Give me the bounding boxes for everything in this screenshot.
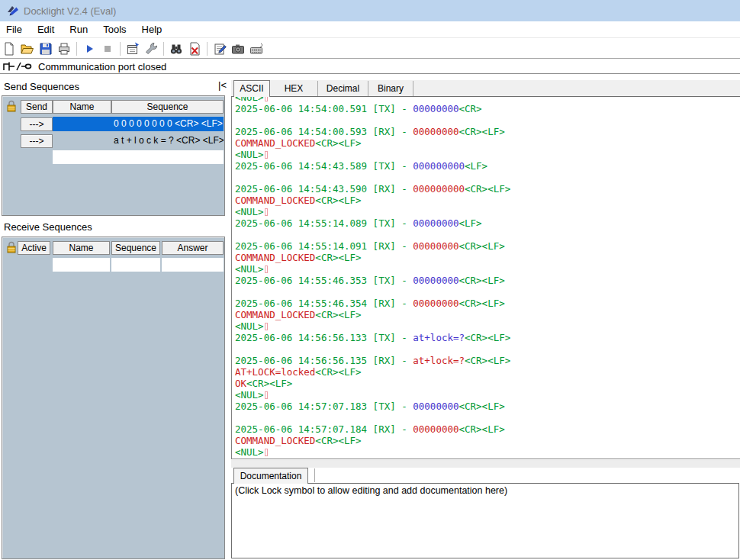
log-line: 2025-06-06 14:57:07.183 [TX] - 00000000<… [235,401,740,412]
collapse-panel-button[interactable]: |< [218,79,227,91]
log-line: 2025-06-06 14:55:46.353 [TX] - 00000000<… [235,275,740,286]
menu-tools[interactable]: Tools [95,22,134,37]
sequence-column-header[interactable]: Sequence [111,100,224,114]
nul-char-box [265,391,268,399]
log-line: 2025-06-06 14:56:56.135 [RX] - at+lock=?… [235,355,740,366]
send-sequences-label: Send Sequences [4,81,79,92]
nul-char-box [265,151,268,159]
log-line: 2025-06-06 14:54:43.589 [TX] - 000000000… [235,160,740,172]
log-line [235,343,740,355]
log-line: <NUL> [235,446,740,458]
log-line: 2025-06-06 14:54:00.591 [TX] - 00000000<… [235,103,740,114]
sequence-name-cell[interactable] [53,117,111,131]
print-icon[interactable] [55,40,73,57]
docklight-logo-icon [6,5,19,17]
menu-run[interactable]: Run [62,22,95,37]
window-title: Docklight V2.4 (Eval) [24,5,116,17]
sequence-column-header[interactable]: Sequence [111,241,160,255]
name-column-header[interactable]: Name [53,241,110,255]
serial-port-closed-icon [3,61,32,72]
toolbar-separator [207,42,208,56]
new-file-icon[interactable] [0,40,18,57]
docklight-window: Docklight V2.4 (Eval) File Edit Run Tool… [0,0,740,560]
menu-edit[interactable]: Edit [30,22,62,37]
menu-bar: File Edit Run Tools Help [0,21,740,38]
nul-char-box [265,208,268,216]
sequence-data-cell[interactable] [111,150,224,164]
log-line: <NUL> [235,320,740,332]
menu-help[interactable]: Help [134,22,170,37]
log-line: COMMAND_LOCKED<CR><LF> [235,195,740,206]
menu-file[interactable]: File [0,22,30,37]
tab-documentation[interactable]: Documentation [233,468,308,484]
log-area[interactable]: <NUL>2025-06-06 14:54:00.591 [TX] - 0000… [231,97,740,459]
nul-char-box [265,323,268,330]
log-line: COMMAND_LOCKED<CR><LF> [235,309,740,320]
log-line: 2025-06-06 14:55:46.354 [RX] - 00000000<… [235,298,740,309]
stop-icon[interactable] [98,40,117,57]
toolbar-separator [76,42,77,56]
receive-sequences-label: Receive Sequences [4,221,92,233]
nul-char-box [265,266,268,273]
log-line: COMMAND_LOCKED<CR><LF> [235,435,740,446]
log-line: OK<CR><LF> [235,378,740,389]
log-line: AT+LOCK=locked<CR><LF> [235,366,740,378]
sequence-data-cell[interactable]: 0 0 0 0 0 0 0 0 <CR> <LF> [111,117,224,131]
log-line: <NUL> [235,97,740,103]
log-line [235,286,740,298]
nul-char-box [265,449,268,456]
log-line: 2025-06-06 14:56:56.133 [TX] - at+lock=?… [235,332,740,343]
tab-binary[interactable]: Binary [368,81,413,96]
receive-sequences-panel: Active Name Sequence Answer [2,237,225,559]
log-line [235,412,740,423]
doc-tab-separator [314,468,315,482]
send-sequence-button[interactable]: ---> [21,134,53,148]
toolbar-separator [163,42,164,56]
send-sequences-panel: Send Name Sequence ---> 0 0 0 0 0 0 0 0 … [2,95,225,216]
active-column-header[interactable]: Active [18,241,50,255]
clear-log-icon[interactable] [185,40,204,57]
send-sequence-button[interactable]: ---> [21,117,53,131]
log-line: COMMAND_LOCKED<CR><LF> [235,137,740,149]
log-line: 2025-06-06 14:55:14.091 [RX] - 00000000<… [235,240,740,252]
play-icon[interactable] [80,40,98,57]
log-line: <NUL> [235,263,740,275]
log-line: <NUL> [235,149,740,160]
log-line [235,172,740,183]
status-text: Commmunication port closed [38,61,166,72]
receive-name-cell[interactable] [53,258,110,272]
project-settings-icon[interactable] [124,40,142,57]
find-icon[interactable] [167,40,185,57]
receive-sequence-cell[interactable] [111,258,160,272]
tools-wrench-icon[interactable] [142,40,160,57]
status-bar: Commmunication port closed [0,60,740,74]
toolbar-separator [120,42,121,56]
log-line: COMMAND_LOCKED<CR><LF> [235,252,740,263]
log-line: 2025-06-06 14:54:00.593 [RX] - 00000000<… [235,126,740,137]
toolbar [0,39,740,59]
title-bar[interactable]: Docklight V2.4 (Eval) [0,0,740,21]
log-line [235,229,740,240]
log-line: 2025-06-06 14:57:07.184 [RX] - 00000000<… [235,423,740,435]
receive-answer-cell[interactable] [162,258,224,272]
log-line: <NUL> [235,389,740,401]
lock-icon[interactable] [6,99,17,113]
edit-notes-icon[interactable] [211,40,229,57]
sequence-data-cell[interactable]: a t + l o c k = ? <CR> <LF> [111,134,224,148]
snapshot-icon[interactable] [229,40,247,57]
log-line: <NUL> [235,206,740,217]
tab-decimal[interactable]: Decimal [318,81,368,96]
log-line: 2025-06-06 14:54:43.590 [RX] - 000000000… [235,183,740,195]
keyboard-console-icon[interactable] [247,40,265,57]
sequence-name-cell[interactable] [53,150,111,164]
send-column-header[interactable]: Send [21,100,53,114]
open-file-icon[interactable] [18,40,37,57]
sequence-name-cell[interactable] [53,134,111,148]
log-line: 2025-06-06 14:55:14.089 [TX] - 00000000<… [235,217,740,229]
name-column-header[interactable]: Name [53,100,111,114]
lock-icon[interactable] [6,240,17,254]
tab-hex[interactable]: HEX [270,81,318,96]
answer-column-header[interactable]: Answer [162,241,224,255]
tab-ascii[interactable]: ASCII [233,80,270,97]
save-file-icon[interactable] [37,40,55,57]
